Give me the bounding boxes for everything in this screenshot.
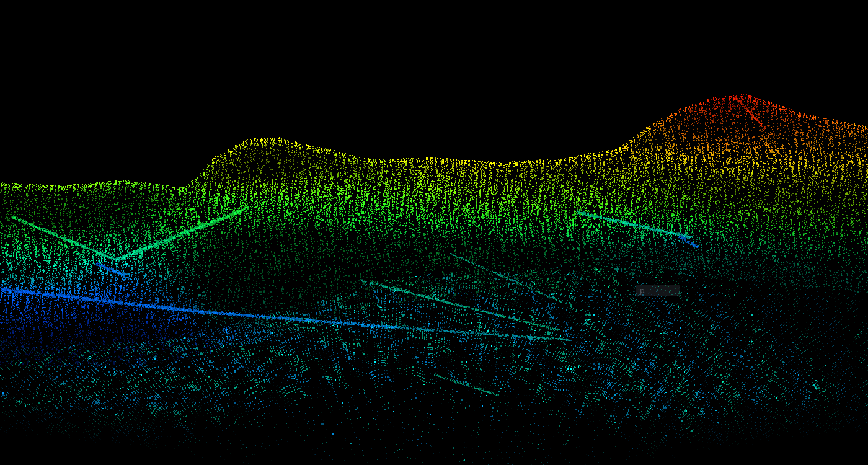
- watermark: p: [636, 285, 680, 296]
- point-cloud-canvas[interactable]: [0, 0, 868, 465]
- watermark-text: p: [640, 287, 645, 294]
- lidar-viewer: p: [0, 0, 868, 465]
